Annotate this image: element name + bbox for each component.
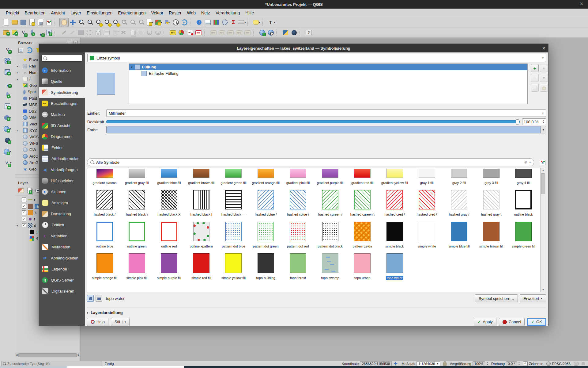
symbol-type-combobox[interactable]: Einzelsymbol ▾ bbox=[87, 54, 546, 62]
symbol-card-topo-swamp[interactable]: topo swamp bbox=[314, 253, 346, 280]
zoom-full-icon[interactable] bbox=[94, 18, 103, 27]
menu-item-bearbeiten[interactable]: Bearbeiten bbox=[22, 10, 48, 16]
layer-diagram-icon[interactable] bbox=[177, 28, 186, 37]
dialog-tab-variablen[interactable]: ε Variablen bbox=[39, 230, 85, 241]
refresh-browser-icon[interactable] bbox=[26, 47, 33, 54]
style-manager-icon[interactable]: a bbox=[539, 159, 546, 166]
metasearch-icon[interactable] bbox=[266, 28, 275, 37]
symbol-card-simple-orange-fill[interactable]: simple orange fill bbox=[89, 253, 121, 280]
change-label-icon[interactable]: abc bbox=[226, 28, 235, 37]
menu-item-netz[interactable]: Netz bbox=[198, 10, 213, 16]
layer-labeling-icon[interactable]: abc bbox=[168, 28, 177, 37]
symbol-card-hashed-black[interactable]: hashed black / bbox=[89, 189, 121, 217]
paste-features-icon[interactable] bbox=[137, 28, 145, 37]
toolbar-button[interactable] bbox=[276, 29, 280, 36]
menu-item-layer[interactable]: Layer bbox=[68, 10, 84, 16]
symbol-card-gradient-pink-fill[interactable]: gradient pink fill bbox=[282, 168, 314, 185]
pan-to-selection-icon[interactable] bbox=[69, 18, 77, 27]
dialog-close-icon[interactable]: ✕ bbox=[542, 46, 545, 51]
symbol-card-gray-1-fill[interactable]: gray 1 fill bbox=[411, 168, 443, 185]
add-vector-layer-icon[interactable]: V bbox=[3, 45, 12, 54]
pan-map-icon[interactable] bbox=[59, 18, 69, 27]
symbol-card-simple-green-fill[interactable]: simple green fill bbox=[507, 221, 540, 248]
new-project-icon[interactable] bbox=[2, 18, 10, 27]
symbol-card-outline-xpattern[interactable]: outline xpattern bbox=[185, 221, 217, 248]
dialog-tab-legende[interactable]: Legende bbox=[39, 263, 85, 274]
dialog-tab-darstellung[interactable]: Darstellung bbox=[39, 208, 85, 219]
symbol-card-gradient-yellow-fill[interactable]: gradient yellow fill bbox=[379, 168, 411, 185]
highlight-pinned-labels-icon[interactable]: abc bbox=[194, 28, 203, 37]
toggle-editing-icon[interactable] bbox=[68, 28, 77, 37]
dialog-tab-masken[interactable]: abc Masken bbox=[39, 109, 85, 120]
render-checkbox[interactable]: ✓ bbox=[523, 361, 528, 366]
add-arcgis-icon[interactable]: ▾ bbox=[3, 147, 12, 156]
duplicate-symbol-layer-button[interactable] bbox=[531, 84, 539, 92]
icon-view-button[interactable] bbox=[87, 295, 94, 302]
dialog-tab-aktionen[interactable]: ▶ Aktionen bbox=[39, 186, 85, 197]
add-delimited-text-layer-icon[interactable]: , bbox=[36, 28, 45, 37]
refresh-map-icon[interactable] bbox=[180, 18, 189, 27]
symbol-card-simple-purple-fill[interactable]: simple purple fill bbox=[153, 253, 185, 280]
window-close-icon[interactable]: ✕ bbox=[578, 1, 585, 7]
layer-visibility-checkbox[interactable]: ✓ bbox=[22, 217, 26, 221]
dialog-tab-felder[interactable]: Felder bbox=[39, 142, 85, 153]
expander-icon[interactable]: ▸ bbox=[17, 71, 18, 74]
unit-combobox[interactable]: Millimeter ▾ bbox=[106, 109, 546, 117]
dialog-tab-symbolisierung[interactable]: Symbolisierung bbox=[39, 87, 85, 98]
extents-icon[interactable] bbox=[394, 362, 398, 365]
apply-button[interactable]: ✓ Apply bbox=[474, 318, 496, 326]
symbol-card-gradient-blue-fill[interactable]: gradient blue fill bbox=[153, 168, 185, 185]
layout-manager-icon[interactable] bbox=[36, 18, 45, 27]
symbol-card-gradient-purple-fill[interactable]: gradient purple fill bbox=[314, 168, 346, 185]
add-wfs-icon[interactable] bbox=[3, 136, 12, 144]
layer-styling-icon[interactable] bbox=[17, 187, 24, 194]
gallery-scrollbar[interactable]: ▲ ▼ bbox=[540, 168, 546, 292]
add-delimited-text-icon[interactable]: , bbox=[3, 79, 12, 88]
temporal-controller-icon[interactable] bbox=[172, 18, 180, 27]
spatial-bookmarks-icon[interactable]: ▾ bbox=[163, 18, 172, 27]
toolbar-button[interactable] bbox=[204, 29, 208, 36]
statistics-summary-icon[interactable]: Σ bbox=[229, 18, 238, 27]
symbol-tree-root[interactable]: ▾ Füllung bbox=[129, 64, 527, 70]
dialog-tab-information[interactable]: i Information bbox=[39, 65, 85, 76]
chevron-down-icon[interactable]: ▾ bbox=[529, 161, 531, 164]
move-label-icon[interactable]: abc bbox=[209, 28, 217, 37]
processing-toolbox-icon[interactable] bbox=[221, 18, 229, 27]
new-spatialite-layer-icon[interactable] bbox=[28, 28, 36, 37]
dialog-tab-attributformular[interactable]: Attributformular bbox=[39, 153, 85, 164]
expander-icon[interactable]: ▸ bbox=[17, 129, 18, 132]
move-down-button[interactable]: ▼ bbox=[540, 74, 548, 82]
symbol-card-gradient-orange-fill[interactable]: gradient orange fill bbox=[250, 168, 282, 185]
symbol-search-input[interactable]: Alle Symbole ⊗ ▾ bbox=[87, 158, 534, 166]
symbol-card-pattern-dot-blue[interactable]: pattern dot blue bbox=[217, 221, 250, 248]
undo-icon[interactable] bbox=[145, 28, 154, 37]
toolbar-button[interactable] bbox=[253, 29, 257, 36]
add-vector-tile-icon[interactable]: V▾ bbox=[3, 159, 12, 167]
menu-item-hilfe[interactable]: Hilfe bbox=[243, 10, 257, 16]
browser-horizontal-scrollbar[interactable]: ◀ ▶ bbox=[15, 353, 80, 357]
current-edits-icon[interactable] bbox=[59, 28, 68, 37]
symbol-card-hashed-cgreen[interactable]: hashed cgreen \ bbox=[346, 189, 379, 217]
magnifier-spinbox[interactable]: 100% bbox=[473, 361, 485, 366]
opacity-slider[interactable] bbox=[106, 120, 520, 123]
symbol-card-pattern-dot-black[interactable]: pattern dot black bbox=[314, 221, 346, 248]
symbol-card-outline-black[interactable]: outline black bbox=[507, 189, 540, 217]
dialog-tab-verkn-pfungen[interactable]: ◀ Verknüpfungen bbox=[39, 164, 85, 175]
symbol-card-gradient-brown-fill[interactable]: gradient brown fill bbox=[185, 168, 217, 185]
save-project-icon[interactable] bbox=[19, 18, 28, 27]
zoom-native-icon[interactable]: 1:1 bbox=[120, 18, 129, 27]
python-console-icon[interactable] bbox=[281, 28, 290, 37]
attribute-table-icon[interactable] bbox=[203, 18, 212, 27]
scroll-left-icon[interactable]: ◀ bbox=[16, 354, 17, 356]
toolbar-button[interactable] bbox=[190, 19, 194, 26]
expander-icon[interactable]: ▾ bbox=[17, 224, 18, 227]
add-mesh-layer-icon[interactable] bbox=[3, 68, 12, 76]
new-shapefile-layer-icon[interactable]: V bbox=[19, 28, 28, 37]
save-symbol-button[interactable]: Symbol speichern… bbox=[475, 294, 518, 302]
toolbar-button[interactable] bbox=[247, 19, 251, 26]
symbol-card-topo-building[interactable]: topo building bbox=[250, 253, 282, 280]
remove-symbol-layer-button[interactable]: − bbox=[531, 74, 539, 82]
symbol-tree-child[interactable]: Einfache Füllung bbox=[129, 70, 527, 77]
symbol-card-hashed-cred[interactable]: hashed cred \ bbox=[411, 189, 443, 217]
scale-combobox[interactable]: 1:1264039 ▾ bbox=[417, 361, 440, 366]
